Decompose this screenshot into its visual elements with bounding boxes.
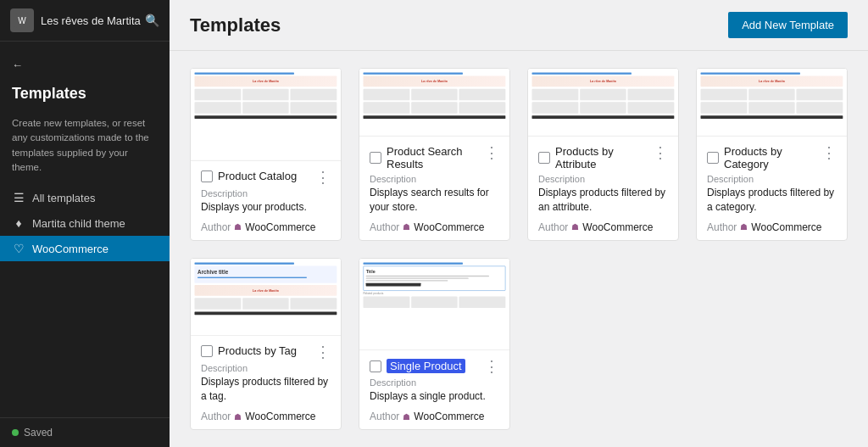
template-info-single-product: Single Product ⋮ Description Displays a …: [359, 350, 509, 429]
template-checkbox-product-search-results[interactable]: [370, 152, 381, 164]
desc-label-5: Description: [370, 377, 499, 388]
sidebar-item-martita-child-theme[interactable]: ♦ Martita child theme: [0, 210, 170, 236]
template-name-products-by-attribute: Products by Attribute: [555, 145, 653, 170]
sidebar-footer: Saved: [0, 417, 170, 447]
sidebar-item-all-templates[interactable]: ☰ All templates: [0, 185, 170, 210]
author-row-single-product: Author ☗ WooCommerce: [370, 411, 499, 422]
template-description-product-catalog: Displays your products.: [201, 200, 331, 215]
back-arrow-icon: ←: [12, 59, 23, 71]
sidebar-section-title: Templates: [0, 78, 170, 109]
template-checkbox-product-catalog[interactable]: [201, 170, 213, 182]
template-name-products-by-category: Products by Category: [724, 145, 821, 170]
template-options-product-search-results[interactable]: ⋮: [484, 145, 499, 160]
template-info-product-catalog: Product Catalog ⋮ Description Displays y…: [191, 161, 341, 240]
template-card-products-by-attribute: La rêve de Martita: [527, 68, 679, 241]
theme-icon: ♦: [12, 216, 25, 230]
woocommerce-bag-icon-2: ☗: [571, 222, 579, 232]
sidebar-header: W Les rêves de Martita 🔍: [0, 0, 170, 42]
woocommerce-icon: ♡: [12, 242, 25, 255]
author-label-1: Author: [370, 221, 399, 233]
template-name-products-by-tag: Products by Tag: [218, 344, 297, 357]
template-info-products-by-attribute: Products by Attribute ⋮ Description Disp…: [528, 137, 678, 240]
woocommerce-bag-icon-1: ☗: [403, 222, 410, 232]
template-info-products-by-category: Products by Category ⋮ Description Displ…: [697, 137, 847, 240]
desc-label-0: Description: [201, 188, 331, 198]
svg-text:W: W: [18, 16, 26, 25]
woocommerce-bag-icon-0: ☗: [234, 222, 242, 232]
author-row-product-catalog: Author ☗ WooCommerce: [201, 221, 331, 233]
template-options-product-catalog[interactable]: ⋮: [315, 170, 331, 185]
add-new-template-button[interactable]: Add New Template: [728, 12, 848, 38]
template-description-products-by-attribute: Displays products filtered by an attribu…: [538, 186, 668, 215]
woocommerce-label: WooCommerce: [32, 243, 108, 255]
template-preview-products-by-attribute: La rêve de Martita: [528, 69, 678, 137]
template-description-products-by-category: Displays products filtered by a category…: [707, 186, 837, 215]
woocommerce-bag-icon-4: ☗: [234, 412, 242, 422]
author-row-product-search-results: Author ☗ WooCommerce: [370, 221, 499, 233]
woocommerce-bag-icon-5: ☗: [403, 412, 410, 422]
author-name-4: WooCommerce: [245, 411, 315, 422]
author-name-5: WooCommerce: [414, 411, 484, 422]
template-card-products-by-category: La rêve de Martita: [696, 68, 848, 241]
template-preview-product-search-results: La rêve de Martita: [359, 69, 509, 137]
template-options-products-by-tag[interactable]: ⋮: [315, 344, 331, 360]
author-row-products-by-tag: Author ☗ WooCommerce: [201, 411, 331, 422]
template-preview-products-by-category: La rêve de Martita: [697, 69, 847, 137]
template-checkbox-products-by-attribute[interactable]: [538, 152, 550, 164]
author-row-products-by-category: Author ☗ WooCommerce: [707, 221, 837, 233]
author-label-0: Author: [201, 221, 231, 233]
all-templates-label: All templates: [32, 192, 95, 204]
sidebar: W Les rêves de Martita 🔍 ← Templates Cre…: [0, 0, 170, 447]
sidebar-back-button[interactable]: ←: [0, 52, 170, 78]
template-preview-single-product: Title Related products: [359, 259, 509, 351]
main-header: Templates Add New Template: [170, 0, 868, 51]
author-row-products-by-attribute: Author ☗ WooCommerce: [538, 221, 668, 233]
template-preview-product-catalog: La rêve de Martita: [191, 69, 341, 161]
templates-grid: La rêve de Martita: [170, 51, 868, 447]
template-checkbox-single-product[interactable]: [370, 360, 381, 372]
template-card-single-product: Title Related products: [359, 258, 510, 431]
author-label-3: Author: [707, 221, 737, 233]
sidebar-item-woocommerce[interactable]: ♡ WooCommerce: [0, 236, 170, 261]
template-preview-products-by-tag: Archive title La rêve de Martita: [191, 259, 341, 337]
martita-label: Martita child theme: [32, 217, 125, 230]
author-label-4: Author: [201, 411, 231, 422]
template-card-product-search-results: La rêve de Martita: [359, 68, 510, 241]
page-title: Templates: [190, 14, 281, 36]
template-card-product-catalog: La rêve de Martita: [190, 68, 342, 241]
sidebar-description: Create new templates, or reset any custo…: [0, 113, 170, 185]
woocommerce-bag-icon-3: ☗: [740, 222, 748, 232]
all-templates-icon: ☰: [12, 191, 25, 204]
template-description-single-product: Displays a single product.: [370, 389, 499, 404]
template-checkbox-products-by-tag[interactable]: [201, 345, 213, 357]
template-info-product-search-results: Product Search Results ⋮ Description Dis…: [359, 137, 509, 240]
author-name-0: WooCommerce: [245, 221, 315, 233]
template-name-single-product: Single Product: [387, 359, 465, 373]
author-label-2: Author: [538, 221, 568, 233]
author-name-3: WooCommerce: [751, 221, 821, 233]
author-name-2: WooCommerce: [582, 221, 653, 233]
site-name: Les rêves de Martita: [41, 14, 145, 27]
template-description-products-by-tag: Displays products filtered by a tag.: [201, 375, 331, 404]
saved-label: Saved: [24, 427, 53, 439]
author-name-1: WooCommerce: [414, 221, 484, 233]
template-card-products-by-tag: Archive title La rêve de Martita: [190, 258, 342, 431]
template-name-product-catalog: Product Catalog: [218, 170, 297, 182]
main-content: Templates Add New Template La rêve de Ma…: [170, 0, 868, 447]
template-options-single-product[interactable]: ⋮: [484, 359, 499, 374]
sidebar-navigation: ← Templates Create new templates, or res…: [0, 42, 170, 417]
desc-label-3: Description: [707, 174, 837, 184]
template-checkbox-products-by-category[interactable]: [707, 152, 719, 164]
desc-label-4: Description: [201, 363, 331, 373]
template-info-products-by-tag: Products by Tag ⋮ Description Displays p…: [191, 336, 341, 429]
desc-label-1: Description: [370, 174, 499, 184]
template-options-products-by-category[interactable]: ⋮: [821, 145, 837, 160]
author-label-5: Author: [370, 411, 399, 422]
search-icon[interactable]: 🔍: [145, 14, 159, 27]
desc-label-2: Description: [538, 174, 668, 184]
template-options-products-by-attribute[interactable]: ⋮: [653, 145, 668, 160]
site-logo: W: [10, 8, 34, 32]
saved-indicator: [12, 429, 19, 436]
template-description-product-search-results: Displays search results for your store.: [370, 186, 499, 215]
template-name-product-search-results: Product Search Results: [387, 145, 484, 170]
